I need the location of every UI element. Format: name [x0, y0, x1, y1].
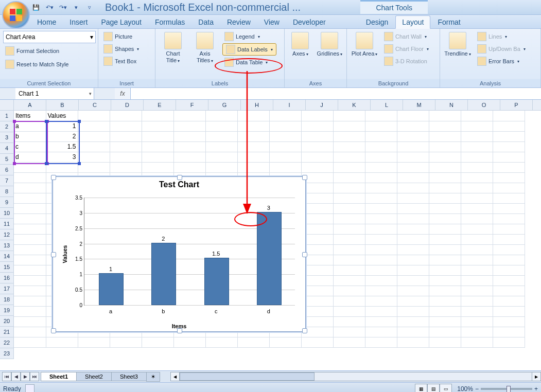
cell[interactable]: [173, 152, 205, 162]
cell[interactable]: [46, 162, 78, 172]
row-header[interactable]: 4: [0, 143, 13, 154]
cell[interactable]: [461, 121, 493, 131]
column-header[interactable]: E: [144, 100, 176, 110]
tab-review[interactable]: Review: [221, 16, 257, 28]
cell[interactable]: [78, 337, 110, 347]
cell[interactable]: [429, 172, 461, 183]
cell[interactable]: [333, 286, 365, 296]
cell[interactable]: [14, 337, 46, 347]
cell[interactable]: [333, 111, 365, 121]
cell[interactable]: [493, 141, 525, 152]
cell[interactable]: [429, 296, 461, 306]
cell[interactable]: [14, 255, 46, 265]
hscroll-thumb[interactable]: [180, 372, 315, 381]
column-header[interactable]: N: [435, 100, 468, 110]
column-header[interactable]: J: [306, 100, 338, 110]
cell[interactable]: [14, 234, 46, 244]
cell[interactable]: [78, 152, 110, 162]
cell[interactable]: [14, 203, 46, 213]
cell[interactable]: [301, 203, 333, 213]
cell[interactable]: [333, 275, 365, 286]
cell[interactable]: [14, 193, 46, 203]
row-header[interactable]: 19: [0, 305, 13, 316]
cell[interactable]: [269, 131, 301, 141]
cell[interactable]: [461, 193, 493, 203]
row-header[interactable]: 7: [0, 175, 13, 186]
cell[interactable]: [493, 121, 525, 131]
cell[interactable]: [333, 131, 365, 141]
cell[interactable]: [397, 337, 429, 347]
cell[interactable]: [429, 337, 461, 347]
cell[interactable]: [429, 286, 461, 296]
cell[interactable]: [365, 203, 397, 213]
cell[interactable]: [173, 337, 205, 347]
cell[interactable]: [461, 244, 493, 255]
row-header[interactable]: 15: [0, 262, 13, 273]
cell[interactable]: 1: [46, 121, 78, 131]
cell[interactable]: [493, 265, 525, 275]
chart-resize-handle[interactable]: [177, 175, 182, 180]
cell[interactable]: [365, 172, 397, 183]
cell[interactable]: [365, 213, 397, 224]
cell[interactable]: [493, 213, 525, 224]
cell[interactable]: [173, 121, 205, 131]
axes-button[interactable]: Axes: [288, 31, 313, 59]
shapes-button[interactable]: Shapes: [101, 43, 141, 55]
cell[interactable]: [14, 306, 46, 316]
cell[interactable]: [365, 244, 397, 255]
cell[interactable]: [173, 141, 205, 152]
cell[interactable]: [269, 121, 301, 131]
cell[interactable]: [269, 141, 301, 152]
view-normal[interactable]: ▦: [415, 384, 427, 392]
cell[interactable]: [173, 111, 205, 121]
zoom-slider[interactable]: [481, 388, 532, 390]
cell[interactable]: [173, 131, 205, 141]
cell[interactable]: [365, 296, 397, 306]
cell[interactable]: [429, 213, 461, 224]
tab-developer[interactable]: Developer: [287, 16, 332, 28]
embedded-chart[interactable]: Test Chart Values 00.511.522.533.51a2b1.…: [53, 176, 306, 332]
cell[interactable]: [110, 131, 142, 141]
cell[interactable]: [269, 152, 301, 162]
cell[interactable]: [333, 265, 365, 275]
data-label[interactable]: 3: [257, 205, 281, 211]
cell[interactable]: [301, 213, 333, 224]
sheet-nav-prev[interactable]: ◀: [11, 372, 21, 381]
horizontal-scrollbar[interactable]: ◀ ▶: [170, 372, 541, 381]
cell[interactable]: [429, 275, 461, 286]
column-header[interactable]: C: [79, 100, 111, 110]
cell[interactable]: [429, 224, 461, 234]
cell[interactable]: [461, 265, 493, 275]
tab-view[interactable]: View: [258, 16, 286, 28]
cell[interactable]: [493, 296, 525, 306]
cell[interactable]: [397, 172, 429, 183]
cell[interactable]: [333, 152, 365, 162]
cell[interactable]: [493, 316, 525, 327]
cell[interactable]: [110, 162, 142, 172]
cell[interactable]: [365, 306, 397, 316]
cell[interactable]: [78, 141, 110, 152]
cell[interactable]: [237, 111, 269, 121]
cell[interactable]: [14, 244, 46, 255]
tab-formulas[interactable]: Formulas: [149, 16, 191, 28]
row-header[interactable]: 1: [0, 111, 13, 121]
cell[interactable]: [205, 162, 237, 172]
cell[interactable]: [429, 203, 461, 213]
cell[interactable]: [493, 255, 525, 265]
chart-resize-handle[interactable]: [51, 175, 56, 180]
tab-format[interactable]: Format: [431, 16, 466, 28]
name-box[interactable]: Chart 1: [15, 88, 94, 99]
cell[interactable]: [365, 286, 397, 296]
cell[interactable]: a: [14, 121, 46, 131]
cell[interactable]: [301, 152, 333, 162]
cell[interactable]: [397, 265, 429, 275]
data-label[interactable]: 1: [99, 266, 123, 272]
row-header[interactable]: 2: [0, 121, 13, 132]
cell[interactable]: [333, 224, 365, 234]
reset-to-match-style-button[interactable]: Reset to Match Style: [3, 59, 71, 70]
sheet-nav-next[interactable]: ▶: [21, 372, 30, 381]
cell[interactable]: [397, 234, 429, 244]
cell[interactable]: [365, 224, 397, 234]
cell[interactable]: [397, 296, 429, 306]
cell[interactable]: [205, 121, 237, 131]
